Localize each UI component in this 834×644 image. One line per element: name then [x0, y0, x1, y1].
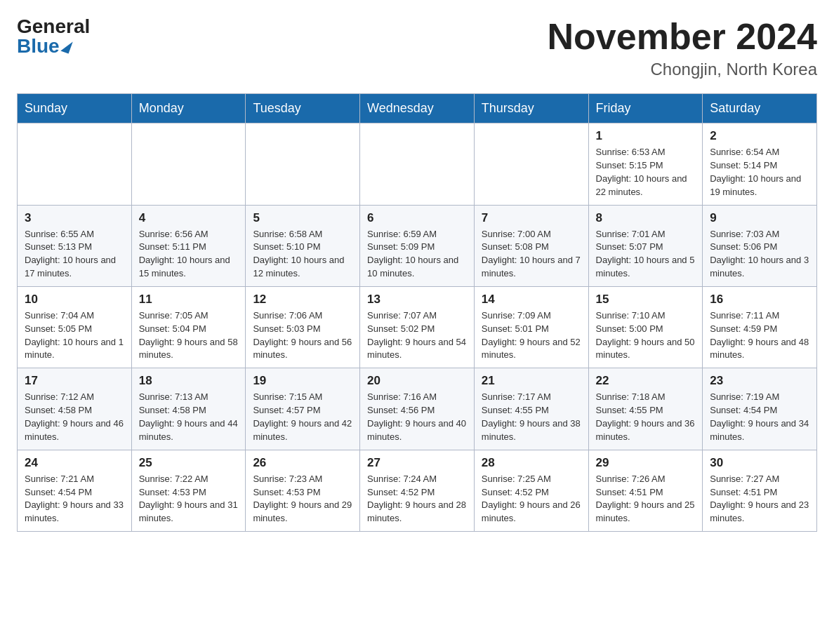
day-number: 27	[367, 456, 467, 470]
weekday-header-row: SundayMondayTuesdayWednesdayThursdayFrid…	[18, 94, 817, 123]
day-info: Sunrise: 7:00 AMSunset: 5:08 PMDaylight:…	[482, 228, 581, 281]
day-info: Sunrise: 7:23 AMSunset: 4:53 PMDaylight:…	[253, 473, 352, 525]
day-info: Sunrise: 7:18 AMSunset: 4:55 PMDaylight:…	[596, 391, 696, 443]
day-info: Sunrise: 6:56 AMSunset: 5:11 PMDaylight:…	[139, 228, 239, 281]
day-number: 15	[596, 293, 696, 307]
day-number: 18	[139, 374, 239, 388]
day-info: Sunrise: 7:22 AMSunset: 4:53 PMDaylight:…	[139, 473, 239, 525]
calendar-week-4: 17Sunrise: 7:12 AMSunset: 4:58 PMDayligh…	[18, 368, 817, 450]
calendar-cell	[246, 123, 360, 205]
calendar-cell: 6Sunrise: 6:59 AMSunset: 5:09 PMDaylight…	[360, 205, 475, 286]
calendar-week-1: 1Sunrise: 6:53 AMSunset: 5:15 PMDaylight…	[18, 123, 817, 205]
day-info: Sunrise: 7:25 AMSunset: 4:52 PMDaylight:…	[482, 473, 581, 525]
weekday-header-wednesday: Wednesday	[360, 94, 475, 123]
day-info: Sunrise: 7:24 AMSunset: 4:52 PMDaylight:…	[367, 473, 467, 525]
title-block: November 2024 Chongjin, North Korea	[548, 17, 817, 79]
day-info: Sunrise: 6:55 AMSunset: 5:13 PMDaylight:…	[25, 228, 124, 281]
calendar-cell	[131, 123, 246, 205]
day-number: 21	[482, 374, 581, 388]
calendar-cell: 2Sunrise: 6:54 AMSunset: 5:14 PMDaylight…	[703, 123, 817, 205]
weekday-header-monday: Monday	[131, 94, 246, 123]
calendar-cell: 28Sunrise: 7:25 AMSunset: 4:52 PMDayligh…	[474, 450, 588, 531]
day-info: Sunrise: 7:12 AMSunset: 4:58 PMDaylight:…	[25, 391, 124, 443]
page-header: General Blue November 2024 Chongjin, Nor…	[17, 17, 817, 79]
logo-triangle-icon	[60, 39, 72, 53]
day-number: 22	[596, 374, 696, 388]
day-info: Sunrise: 7:19 AMSunset: 4:54 PMDaylight:…	[710, 391, 809, 443]
location-title: Chongjin, North Korea	[548, 60, 817, 79]
month-year-title: November 2024	[548, 17, 817, 57]
logo-general-text: General	[17, 17, 90, 36]
day-number: 29	[596, 456, 696, 470]
day-info: Sunrise: 7:13 AMSunset: 4:58 PMDaylight:…	[139, 391, 239, 443]
calendar-cell: 4Sunrise: 6:56 AMSunset: 5:11 PMDaylight…	[131, 205, 246, 286]
day-number: 28	[482, 456, 581, 470]
calendar-cell: 24Sunrise: 7:21 AMSunset: 4:54 PMDayligh…	[18, 450, 132, 531]
day-number: 16	[710, 293, 809, 307]
day-info: Sunrise: 7:21 AMSunset: 4:54 PMDaylight:…	[25, 473, 124, 525]
calendar-cell: 22Sunrise: 7:18 AMSunset: 4:55 PMDayligh…	[588, 368, 703, 450]
calendar-cell: 15Sunrise: 7:10 AMSunset: 5:00 PMDayligh…	[588, 286, 703, 368]
day-info: Sunrise: 6:53 AMSunset: 5:15 PMDaylight:…	[596, 146, 696, 199]
day-number: 9	[710, 211, 809, 225]
calendar-week-5: 24Sunrise: 7:21 AMSunset: 4:54 PMDayligh…	[18, 450, 817, 531]
weekday-header-friday: Friday	[588, 94, 703, 123]
weekday-header-saturday: Saturday	[703, 94, 817, 123]
calendar-cell: 23Sunrise: 7:19 AMSunset: 4:54 PMDayligh…	[703, 368, 817, 450]
day-info: Sunrise: 7:15 AMSunset: 4:57 PMDaylight:…	[253, 391, 352, 443]
logo-blue-text: Blue	[17, 36, 71, 56]
day-info: Sunrise: 7:17 AMSunset: 4:55 PMDaylight:…	[482, 391, 581, 443]
day-number: 19	[253, 374, 352, 388]
day-number: 11	[139, 293, 239, 307]
calendar-cell: 16Sunrise: 7:11 AMSunset: 4:59 PMDayligh…	[703, 286, 817, 368]
day-number: 30	[710, 456, 809, 470]
day-info: Sunrise: 7:07 AMSunset: 5:02 PMDaylight:…	[367, 309, 467, 362]
day-info: Sunrise: 6:59 AMSunset: 5:09 PMDaylight:…	[367, 228, 467, 281]
day-info: Sunrise: 7:03 AMSunset: 5:06 PMDaylight:…	[710, 228, 809, 281]
calendar-cell	[360, 123, 475, 205]
calendar-cell: 5Sunrise: 6:58 AMSunset: 5:10 PMDaylight…	[246, 205, 360, 286]
calendar-cell: 19Sunrise: 7:15 AMSunset: 4:57 PMDayligh…	[246, 368, 360, 450]
calendar-cell	[474, 123, 588, 205]
day-number: 14	[482, 293, 581, 307]
day-number: 7	[482, 211, 581, 225]
day-number: 6	[367, 211, 467, 225]
logo: General Blue	[17, 17, 90, 56]
calendar-cell: 7Sunrise: 7:00 AMSunset: 5:08 PMDaylight…	[474, 205, 588, 286]
calendar-week-2: 3Sunrise: 6:55 AMSunset: 5:13 PMDaylight…	[18, 205, 817, 286]
day-number: 17	[25, 374, 124, 388]
calendar-cell: 25Sunrise: 7:22 AMSunset: 4:53 PMDayligh…	[131, 450, 246, 531]
day-info: Sunrise: 7:16 AMSunset: 4:56 PMDaylight:…	[367, 391, 467, 443]
day-info: Sunrise: 7:06 AMSunset: 5:03 PMDaylight:…	[253, 309, 352, 362]
calendar-cell: 8Sunrise: 7:01 AMSunset: 5:07 PMDaylight…	[588, 205, 703, 286]
weekday-header-thursday: Thursday	[474, 94, 588, 123]
day-info: Sunrise: 7:05 AMSunset: 5:04 PMDaylight:…	[139, 309, 239, 362]
calendar-table: SundayMondayTuesdayWednesdayThursdayFrid…	[17, 93, 817, 532]
weekday-header-tuesday: Tuesday	[246, 94, 360, 123]
calendar-cell: 1Sunrise: 6:53 AMSunset: 5:15 PMDaylight…	[588, 123, 703, 205]
calendar-cell: 9Sunrise: 7:03 AMSunset: 5:06 PMDaylight…	[703, 205, 817, 286]
day-number: 20	[367, 374, 467, 388]
day-info: Sunrise: 7:26 AMSunset: 4:51 PMDaylight:…	[596, 473, 696, 525]
day-number: 13	[367, 293, 467, 307]
day-info: Sunrise: 7:09 AMSunset: 5:01 PMDaylight:…	[482, 309, 581, 362]
calendar-cell	[18, 123, 132, 205]
calendar-cell: 30Sunrise: 7:27 AMSunset: 4:51 PMDayligh…	[703, 450, 817, 531]
calendar-cell: 20Sunrise: 7:16 AMSunset: 4:56 PMDayligh…	[360, 368, 475, 450]
weekday-header-sunday: Sunday	[18, 94, 132, 123]
day-number: 8	[596, 211, 696, 225]
calendar-cell: 21Sunrise: 7:17 AMSunset: 4:55 PMDayligh…	[474, 368, 588, 450]
day-info: Sunrise: 7:11 AMSunset: 4:59 PMDaylight:…	[710, 309, 809, 362]
calendar-cell: 12Sunrise: 7:06 AMSunset: 5:03 PMDayligh…	[246, 286, 360, 368]
day-number: 5	[253, 211, 352, 225]
calendar-cell: 27Sunrise: 7:24 AMSunset: 4:52 PMDayligh…	[360, 450, 475, 531]
calendar-cell: 14Sunrise: 7:09 AMSunset: 5:01 PMDayligh…	[474, 286, 588, 368]
day-number: 1	[596, 129, 696, 143]
day-info: Sunrise: 7:10 AMSunset: 5:00 PMDaylight:…	[596, 309, 696, 362]
calendar-cell: 10Sunrise: 7:04 AMSunset: 5:05 PMDayligh…	[18, 286, 132, 368]
calendar-cell: 13Sunrise: 7:07 AMSunset: 5:02 PMDayligh…	[360, 286, 475, 368]
day-info: Sunrise: 6:54 AMSunset: 5:14 PMDaylight:…	[710, 146, 809, 199]
day-info: Sunrise: 7:04 AMSunset: 5:05 PMDaylight:…	[25, 309, 124, 362]
calendar-cell: 11Sunrise: 7:05 AMSunset: 5:04 PMDayligh…	[131, 286, 246, 368]
day-number: 25	[139, 456, 239, 470]
